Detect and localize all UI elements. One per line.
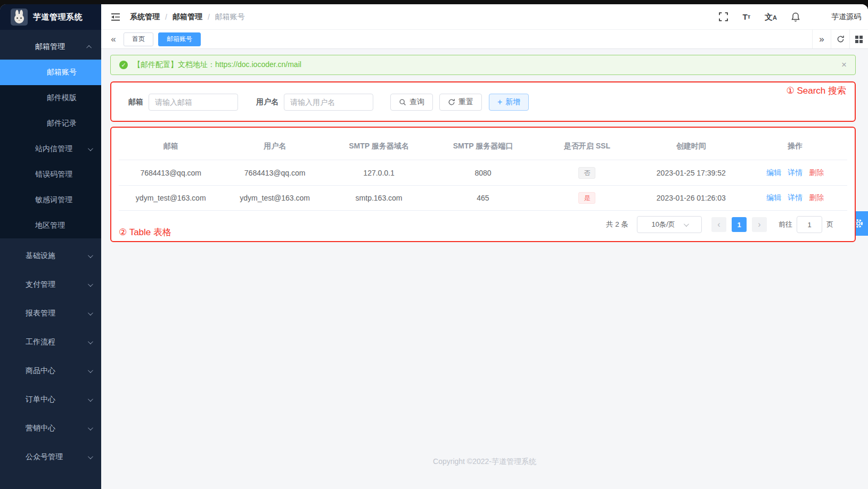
- breadcrumb-current: 邮箱账号: [215, 12, 245, 22]
- chevron-down-icon: [88, 339, 93, 344]
- app-logo: [11, 9, 28, 26]
- edit-link[interactable]: 编辑: [766, 168, 781, 178]
- cell-smtp-port: 465: [431, 194, 535, 202]
- notification-bell-icon[interactable]: [791, 12, 800, 22]
- current-page-button[interactable]: 1: [732, 217, 747, 232]
- sidebar-item-area[interactable]: 地区管理: [0, 213, 101, 238]
- header-smtp-port: SMTP 服务器端口: [431, 142, 535, 151]
- sidebar-item-sensitive-word[interactable]: 敏感词管理: [0, 187, 101, 213]
- sidebar-item-workflow[interactable]: 工作流程: [0, 328, 101, 357]
- sidebar-item-label: 错误码管理: [35, 170, 72, 179]
- sidebar-item-order-center[interactable]: 订单中心: [0, 385, 101, 414]
- page-size-select[interactable]: 10条/页: [637, 216, 702, 233]
- cell-actions: 编辑 详情 删除: [743, 168, 847, 178]
- reset-icon: [448, 98, 455, 106]
- sidebar-item-label: 站内信管理: [35, 144, 72, 154]
- cell-actions: 编辑 详情 删除: [743, 193, 847, 203]
- mail-input[interactable]: [149, 94, 238, 111]
- cell-smtp-host: smtp.163.com: [327, 194, 431, 202]
- top-navbar: 系统管理 / 邮箱管理 / 邮箱账号 Tт 文A 芋道源码: [101, 4, 868, 30]
- username-input[interactable]: [284, 94, 373, 111]
- font-size-icon[interactable]: Tт: [742, 13, 750, 21]
- delete-link[interactable]: 删除: [809, 193, 824, 203]
- delete-link[interactable]: 删除: [809, 168, 824, 178]
- grid-glyph: [855, 36, 863, 43]
- sidebar-item-report[interactable]: 报表管理: [0, 299, 101, 328]
- sidebar-item-label: 邮件记录: [47, 119, 77, 128]
- sidebar-item-mail-management[interactable]: 邮箱管理: [0, 34, 101, 60]
- sidebar-item-mail-log[interactable]: 邮件记录: [0, 111, 101, 136]
- username-label: 用户名: [256, 97, 279, 107]
- menu-fold-icon[interactable]: [107, 13, 125, 21]
- sidebar-item-official-account[interactable]: 公众号管理: [0, 443, 101, 471]
- sidebar-item-label: 邮箱账号: [47, 68, 77, 77]
- tab-mail-account[interactable]: 邮箱账号: [158, 32, 201, 46]
- sidebar-item-label: 工作流程: [26, 337, 55, 347]
- cell-username: 7684413@qq.com: [223, 169, 326, 177]
- tab-home[interactable]: 首页: [124, 32, 153, 46]
- next-page-button[interactable]: ›: [752, 217, 767, 232]
- sidebar-item-product-center[interactable]: 商品中心: [0, 357, 101, 385]
- table-row: ydym_test@163.com ydym_test@163.com smtp…: [119, 185, 847, 211]
- chevron-down-icon: [88, 310, 93, 316]
- fullscreen-icon[interactable]: [719, 12, 728, 21]
- font-size-small: т: [748, 14, 750, 20]
- tags-view-bar: « 首页 邮箱账号 »: [101, 30, 868, 49]
- detail-link[interactable]: 详情: [788, 168, 803, 178]
- brand-link[interactable]: 芋道源码: [831, 12, 861, 22]
- chevron-down-icon: [88, 146, 93, 151]
- success-alert: ✓ 【邮件配置】文档地址：https://doc.iocoder.cn/mail…: [110, 55, 856, 75]
- tabs-scroll-left-icon[interactable]: «: [107, 34, 120, 45]
- cell-ssl: 是: [535, 192, 639, 204]
- sidebar-item-error-code[interactable]: 错误码管理: [0, 162, 101, 187]
- language-icon[interactable]: 文A: [765, 13, 777, 21]
- sidebar-menu: 邮箱管理 邮箱账号 邮件模版 邮件记录 站内信管理 错误码管理 敏感词管理 地区…: [0, 30, 101, 489]
- chevron-down-icon: [88, 253, 93, 258]
- navbar-actions: Tт 文A 芋道源码: [719, 12, 861, 22]
- search-form: 邮箱 用户名 查询 重置 + 新增: [111, 82, 855, 111]
- breadcrumb-system[interactable]: 系统管理: [130, 12, 160, 22]
- header-ssl: 是否开启 SSL: [535, 142, 639, 151]
- ssl-tag-no: 否: [578, 167, 595, 179]
- page-content: ✓ 【邮件配置】文档地址：https://doc.iocoder.cn/mail…: [101, 49, 868, 489]
- header-create-time: 创建时间: [639, 142, 743, 151]
- alert-close-icon[interactable]: ×: [841, 60, 847, 70]
- breadcrumb-separator: /: [208, 13, 210, 21]
- layout-grid-icon[interactable]: [849, 30, 868, 48]
- goto-label: 前往: [779, 220, 792, 229]
- search-icon: [399, 98, 406, 106]
- sidebar-item-label: 公众号管理: [26, 452, 63, 462]
- header-username: 用户名: [223, 142, 326, 151]
- cell-create-time: 2023-01-25 17:39:52: [639, 169, 743, 177]
- pagination-total: 共 2 条: [606, 220, 628, 229]
- sidebar-item-label: 营销中心: [26, 424, 55, 433]
- query-button[interactable]: 查询: [390, 94, 433, 111]
- sidebar-item-mail-account[interactable]: 邮箱账号: [0, 60, 101, 85]
- app-title: 芋道管理系统: [33, 12, 83, 22]
- sidebar: 芋道管理系统 邮箱管理 邮箱账号 邮件模版 邮件记录 站内信管理 错误码管理 敏…: [0, 4, 101, 489]
- breadcrumb-mail[interactable]: 邮箱管理: [173, 12, 202, 22]
- add-button[interactable]: + 新增: [489, 94, 529, 111]
- chevron-down-icon: [88, 454, 93, 459]
- refresh-icon[interactable]: [831, 30, 849, 48]
- edit-link[interactable]: 编辑: [766, 193, 781, 203]
- chevron-down-icon: [88, 425, 93, 430]
- sidebar-item-mail-template[interactable]: 邮件模版: [0, 85, 101, 111]
- mail-label: 邮箱: [128, 97, 143, 107]
- table-region: ② Table 表格 邮箱 用户名 SMTP 服务器域名 SMTP 服务器端口 …: [110, 127, 856, 242]
- detail-link[interactable]: 详情: [788, 193, 803, 203]
- data-table: 邮箱 用户名 SMTP 服务器域名 SMTP 服务器端口 是否开启 SSL 创建…: [111, 128, 855, 233]
- reset-button[interactable]: 重置: [439, 94, 482, 111]
- chevron-down-icon: [88, 368, 93, 373]
- goto-page-input[interactable]: [797, 216, 822, 233]
- sidebar-item-infrastructure[interactable]: 基础设施: [0, 242, 101, 270]
- tabs-scroll-right-icon[interactable]: »: [812, 30, 831, 48]
- table-header-row: 邮箱 用户名 SMTP 服务器域名 SMTP 服务器端口 是否开启 SSL 创建…: [119, 133, 847, 160]
- sidebar-item-notify-management[interactable]: 站内信管理: [0, 136, 101, 162]
- sidebar-item-label: 报表管理: [26, 309, 55, 318]
- prev-page-button[interactable]: ‹: [711, 217, 726, 232]
- tabs: 首页 邮箱账号: [124, 32, 201, 46]
- chevron-down-icon: [683, 221, 689, 227]
- sidebar-item-payment[interactable]: 支付管理: [0, 270, 101, 299]
- sidebar-item-marketing-center[interactable]: 营销中心: [0, 414, 101, 443]
